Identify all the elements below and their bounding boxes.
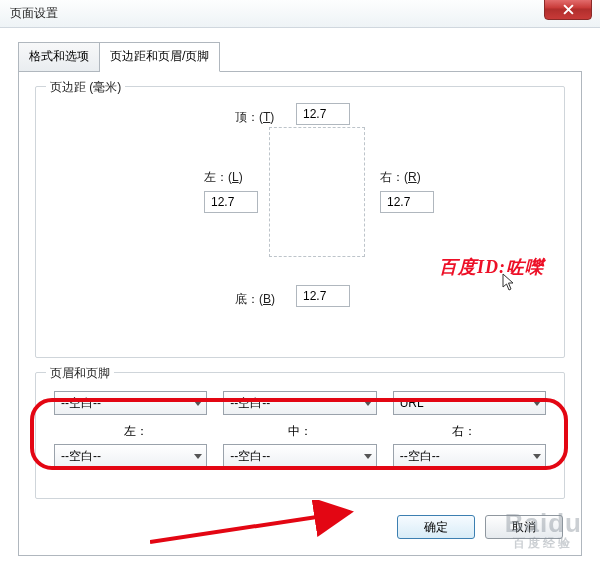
footer-buttons: 确定 取消 <box>35 515 565 539</box>
footer-center-combo[interactable]: --空白-- <box>223 444 376 468</box>
top-margin-input[interactable] <box>296 103 350 125</box>
tab-margins-header-footer[interactable]: 页边距和页眉/页脚 <box>100 42 220 72</box>
footer-left-combo[interactable]: --空白-- <box>54 444 207 468</box>
titlebar: 页面设置 <box>0 0 600 28</box>
window-title: 页面设置 <box>10 5 58 22</box>
close-icon <box>563 4 574 15</box>
margins-fieldset: 页边距 (毫米) 顶：(T) 左：(L) 右：(R) <box>35 86 565 358</box>
bottom-margin-label: 底：(B) <box>235 291 275 308</box>
right-margin-label: 右：(R) <box>380 169 421 186</box>
right-margin-input[interactable] <box>380 191 434 213</box>
page-setup-window: 页面设置 格式和选项 页边距和页眉/页脚 页边距 (毫米) 顶：(T) 左： <box>0 0 600 576</box>
tab-panel: 页边距 (毫米) 顶：(T) 左：(L) 右：(R) <box>18 71 582 556</box>
header-left-combo[interactable]: --空白-- <box>54 391 207 415</box>
header-row: --空白-- --空白-- URL <box>54 391 546 415</box>
header-right-combo[interactable]: URL <box>393 391 546 415</box>
margins-area: 顶：(T) 左：(L) 右：(R) 底：(B) <box>54 105 546 335</box>
cursor-icon <box>502 273 516 294</box>
chevron-down-icon <box>194 401 202 406</box>
page-preview <box>269 127 365 257</box>
close-button[interactable] <box>544 0 592 20</box>
chevron-down-icon <box>194 454 202 459</box>
label-center: 中： <box>218 423 382 440</box>
cancel-button[interactable]: 取消 <box>485 515 563 539</box>
ok-button[interactable]: 确定 <box>397 515 475 539</box>
chevron-down-icon <box>533 454 541 459</box>
chevron-down-icon <box>533 401 541 406</box>
header-center-combo[interactable]: --空白-- <box>223 391 376 415</box>
margins-legend: 页边距 (毫米) <box>46 79 125 96</box>
label-right: 右： <box>382 423 546 440</box>
client-area: 格式和选项 页边距和页眉/页脚 页边距 (毫米) 顶：(T) 左：(L) 右：(… <box>0 28 600 570</box>
left-margin-input[interactable] <box>204 191 258 213</box>
bottom-margin-input[interactable] <box>296 285 350 307</box>
chevron-down-icon <box>364 454 372 459</box>
position-labels: 左： 中： 右： <box>54 423 546 440</box>
footer-row: --空白-- --空白-- --空白-- <box>54 444 546 468</box>
label-left: 左： <box>54 423 218 440</box>
window-controls <box>544 0 592 20</box>
chevron-down-icon <box>364 401 372 406</box>
tabs: 格式和选项 页边距和页眉/页脚 <box>18 42 582 72</box>
header-footer-fieldset: 页眉和页脚 --空白-- --空白-- URL 左： 中： 右： --空白-- … <box>35 372 565 499</box>
left-margin-label: 左：(L) <box>204 169 243 186</box>
tab-format-options[interactable]: 格式和选项 <box>18 42 100 72</box>
top-margin-label: 顶：(T) <box>235 109 274 126</box>
footer-right-combo[interactable]: --空白-- <box>393 444 546 468</box>
header-footer-legend: 页眉和页脚 <box>46 365 114 382</box>
annotation-text: 百度ID:咗嚛 <box>439 255 544 279</box>
